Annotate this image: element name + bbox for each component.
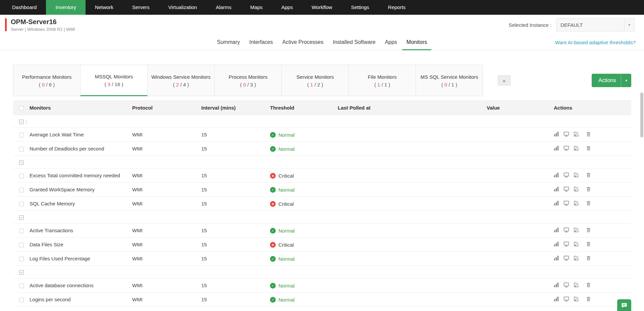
row-actions [554, 282, 591, 288]
nav-item-reports[interactable]: Reports [379, 0, 415, 15]
delete-icon[interactable] [586, 227, 591, 233]
monitor-tab-performance-monitors[interactable]: Performance Monitors( 0 / 6 ) [13, 65, 80, 96]
delete-icon[interactable] [586, 131, 591, 137]
row-checkbox[interactable] [19, 133, 24, 137]
row-checkbox[interactable] [19, 243, 24, 247]
collapse-icon[interactable]: − [19, 270, 23, 275]
monitor-tab-ms-sql-service-monitors[interactable]: MS SQL Service Monitors( 0 / 1 ) [416, 65, 483, 96]
edit-icon[interactable] [574, 241, 579, 247]
edit-icon[interactable] [574, 145, 579, 151]
row-checkbox[interactable] [19, 229, 24, 233]
checkbox-cell [13, 197, 30, 211]
edit-icon[interactable] [574, 186, 579, 192]
delete-icon[interactable] [586, 255, 591, 261]
monitor-screen-icon[interactable] [564, 145, 569, 151]
interval-value: 15 [201, 278, 270, 293]
edit-icon[interactable] [574, 131, 579, 137]
chat-feedback-button[interactable] [617, 299, 631, 311]
monitor-name: Data Files Size [30, 238, 132, 252]
nav-item-workflow[interactable]: Workflow [302, 0, 341, 15]
vertical-scrollbar[interactable] [640, 92, 643, 137]
monitor-screen-icon[interactable] [564, 282, 569, 288]
monitor-tab-service-monitors[interactable]: Service Monitors( 1 / 2 ) [282, 65, 349, 96]
nav-item-apps[interactable]: Apps [272, 0, 302, 15]
monitor-screen-icon[interactable] [564, 255, 569, 261]
graph-icon[interactable] [554, 255, 559, 261]
page-title: OPM-Server16 [11, 18, 75, 26]
select-all-checkbox[interactable] [19, 106, 24, 111]
collapse-icon[interactable]: − [19, 161, 23, 165]
graph-icon[interactable] [554, 131, 559, 137]
opmanager-inventory-page: { "topnav": { "items": [ {"label": "Dash… [0, 0, 644, 311]
ai-thresholds-link[interactable]: Want AI-based adaptive thresholds? [555, 35, 636, 50]
delete-icon[interactable] [586, 296, 591, 302]
nav-item-alarms[interactable]: Alarms [206, 0, 241, 15]
delete-icon[interactable] [586, 282, 591, 288]
tab-monitors[interactable]: Monitors [402, 35, 431, 50]
graph-icon[interactable] [554, 200, 559, 206]
graph-icon[interactable] [554, 296, 559, 302]
row-checkbox[interactable] [19, 202, 24, 206]
monitor-tab-windows-service-monitors[interactable]: Windows Service Monitors( 2 / 4 ) [148, 65, 215, 96]
interval-value: 15 [201, 293, 270, 307]
nav-item-maps[interactable]: Maps [241, 0, 272, 15]
edit-icon[interactable] [574, 227, 579, 233]
edit-icon[interactable] [574, 172, 579, 178]
row-checkbox[interactable] [19, 257, 24, 261]
delete-icon[interactable] [586, 186, 591, 192]
edit-icon[interactable] [574, 296, 579, 302]
column-header-threshold: Threshold [270, 101, 338, 115]
monitor-tab-mssql-monitors[interactable]: MSSQL Monitors( 3 / 16 ) [80, 65, 148, 96]
monitor-screen-icon[interactable] [564, 200, 569, 206]
graph-icon[interactable] [554, 227, 559, 233]
monitor-screen-icon[interactable] [564, 296, 569, 302]
graph-icon[interactable] [554, 241, 559, 247]
monitor-screen-icon[interactable] [564, 131, 569, 137]
tab-apps[interactable]: Apps [380, 35, 401, 50]
nav-item-settings[interactable]: Settings [341, 0, 378, 15]
row-checkbox[interactable] [19, 188, 24, 192]
edit-icon[interactable] [574, 200, 579, 206]
monitor-tab-count: ( 0 / 3 ) [240, 82, 256, 87]
collapse-icon[interactable]: − [19, 120, 23, 124]
monitor-tab-process-monitors[interactable]: Process Monitors( 0 / 3 ) [215, 65, 282, 96]
tab-active-processes[interactable]: Active Processes [278, 35, 328, 50]
delete-icon[interactable] [586, 172, 591, 178]
graph-icon[interactable] [554, 282, 559, 288]
row-checkbox[interactable] [19, 284, 24, 288]
protocol-value: WMI [132, 238, 201, 252]
collapse-icon[interactable]: − [19, 215, 23, 220]
monitor-tab-file-monitors[interactable]: File Monitors( 1 / 1 ) [349, 65, 416, 96]
row-checkbox[interactable] [19, 174, 24, 178]
delete-icon[interactable] [586, 200, 591, 206]
nav-item-servers[interactable]: Servers [123, 0, 159, 15]
nav-item-virtualization[interactable]: Virtualization [159, 0, 207, 15]
nav-item-dashboard[interactable]: Dashboard [3, 0, 46, 15]
threshold-cell: ✓Normal [270, 224, 338, 238]
edit-icon[interactable] [574, 282, 579, 288]
row-checkbox[interactable] [19, 147, 24, 151]
nav-item-inventory[interactable]: Inventory [46, 0, 86, 15]
tab-interfaces[interactable]: Interfaces [245, 35, 277, 50]
delete-icon[interactable] [586, 145, 591, 151]
row-checkbox[interactable] [19, 298, 24, 302]
actions-button[interactable]: Actions▾ [592, 74, 631, 87]
selected-instance-dropdown[interactable]: DEFAULT ▾ [556, 18, 635, 32]
monitor-screen-icon[interactable] [564, 186, 569, 192]
row-actions [554, 172, 591, 178]
monitor-screen-icon[interactable] [564, 241, 569, 247]
nav-item-network[interactable]: Network [86, 0, 123, 15]
graph-icon[interactable] [554, 145, 559, 151]
monitor-screen-icon[interactable] [564, 172, 569, 178]
monitor-screen-icon[interactable] [564, 227, 569, 233]
protocol-value: WMI [132, 293, 201, 307]
table-row: Granted WorkSpace MemoryWMI15✓Normal [13, 183, 631, 197]
graph-icon[interactable] [554, 186, 559, 192]
more-tabs-button[interactable]: » [498, 75, 511, 85]
graph-icon[interactable] [554, 172, 559, 178]
critical-status-icon: × [270, 201, 276, 207]
delete-icon[interactable] [586, 241, 591, 247]
tab-installed-software[interactable]: Installed Software [328, 35, 380, 50]
tab-summary[interactable]: Summary [213, 35, 244, 50]
edit-icon[interactable] [574, 255, 579, 261]
